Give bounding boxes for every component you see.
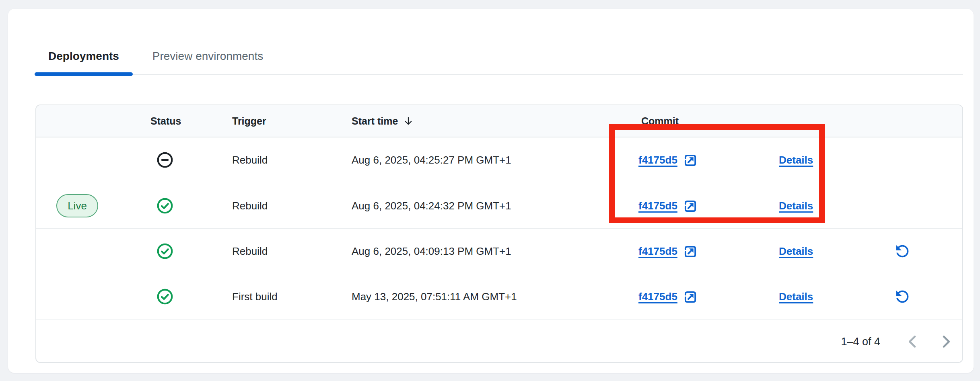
column-header-commit: Commit [641,105,679,137]
commit-cell: f4175d5 [638,137,698,183]
active-tab-indicator [35,72,133,76]
details-link[interactable]: Details [779,291,813,303]
tab-preview-environments[interactable]: Preview environments [133,43,282,69]
next-page-button[interactable] [937,332,955,351]
start-time-cell: Aug 6, 2025, 04:09:13 PM GMT+1 [352,229,511,274]
details-link[interactable]: Details [779,154,813,166]
details-cell: Details [779,229,813,274]
pagination-range-label: 1–4 of 4 [841,320,880,363]
trigger-cell: Rebuild [232,137,268,183]
details-link[interactable]: Details [779,200,813,212]
external-link-icon[interactable] [682,244,698,260]
status-success-icon [156,197,174,215]
commit-cell: f4175d5 [638,183,698,229]
column-header-start-time[interactable]: Start time [352,105,414,137]
start-time-cell: Aug 6, 2025, 04:25:27 PM GMT+1 [352,137,511,183]
trigger-cell: Rebuild [232,229,268,274]
deployments-table: Status Trigger Start time Commit Rebuild… [35,104,963,363]
retry-build-button[interactable] [893,287,912,306]
external-link-icon[interactable] [682,198,698,214]
column-header-start-time-label: Start time [352,105,398,137]
page: Deployments Preview environments Status … [0,0,980,381]
trigger-cell: First build [232,274,278,320]
column-header-status: Status [150,105,181,137]
details-cell: Details [779,274,813,320]
live-badge: Live [56,194,98,217]
details-cell: Details [779,137,813,183]
commit-link[interactable]: f4175d5 [638,245,677,258]
chevron-right-icon [937,332,955,351]
table-row: Rebuild Aug 6, 2025, 04:25:27 PM GMT+1 f… [36,137,962,183]
commit-cell: f4175d5 [638,229,698,274]
retry-icon [893,242,912,260]
external-link-icon[interactable] [682,152,698,168]
deployments-panel: Deployments Preview environments Status … [8,9,974,373]
tabs-divider [35,74,963,75]
commit-link[interactable]: f4175d5 [638,154,677,166]
table-row: Rebuild Aug 6, 2025, 04:09:13 PM GMT+1 f… [36,228,962,274]
table-row: Live Rebuild Aug 6, 2025, 04:24:32 PM GM… [36,183,962,228]
table-row: First build May 13, 2025, 07:51:11 AM GM… [36,274,962,319]
retry-icon [893,287,912,306]
tab-deployments[interactable]: Deployments [35,43,133,69]
chevron-left-icon [904,332,922,351]
commit-link[interactable]: f4175d5 [638,200,677,212]
sort-descending-icon [403,115,414,127]
details-link[interactable]: Details [779,245,813,258]
start-time-cell: May 13, 2025, 07:51:11 AM GMT+1 [352,274,517,320]
previous-page-button[interactable] [904,332,922,351]
commit-cell: f4175d5 [638,274,698,320]
column-header-trigger: Trigger [232,105,266,137]
status-success-icon [156,288,174,305]
details-cell: Details [779,183,813,229]
external-link-icon[interactable] [682,289,698,305]
table-footer: 1–4 of 4 [36,319,962,363]
table-header: Status Trigger Start time Commit [36,105,962,137]
status-success-icon [156,242,174,260]
retry-build-button[interactable] [893,242,912,260]
commit-link[interactable]: f4175d5 [638,291,677,303]
status-stopped-icon [156,151,174,169]
trigger-cell: Rebuild [232,183,268,229]
start-time-cell: Aug 6, 2025, 04:24:32 PM GMT+1 [352,183,511,229]
